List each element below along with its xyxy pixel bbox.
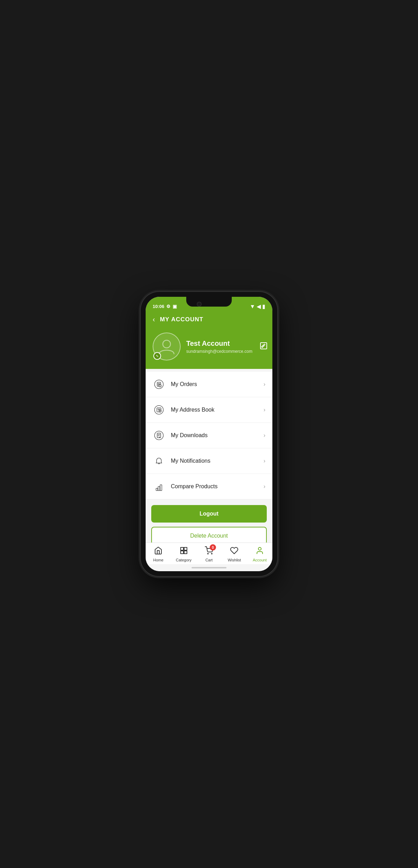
- address-label: My Address Book: [171, 407, 258, 413]
- wifi-icon: ▼: [250, 303, 255, 310]
- svg-rect-20: [156, 488, 158, 491]
- address-icon: @: [153, 404, 165, 416]
- svg-rect-21: [158, 486, 160, 491]
- svg-point-0: [163, 340, 170, 348]
- orders-icon: $: [153, 378, 165, 391]
- svg-rect-26: [184, 551, 187, 554]
- logout-button[interactable]: Logout: [151, 505, 267, 523]
- cart-label: Cart: [205, 558, 213, 562]
- settings-icon: ⚙: [166, 304, 170, 309]
- svg-rect-25: [181, 551, 183, 554]
- wishlist-icon: [230, 546, 238, 557]
- nav-item-account[interactable]: Account: [247, 546, 272, 562]
- menu-item-notifications[interactable]: My Notifications ›: [146, 448, 272, 474]
- pencil-icon: ✎: [156, 354, 159, 358]
- svg-rect-24: [184, 547, 187, 550]
- notifications-chevron: ›: [264, 458, 265, 464]
- cart-badge: 0: [210, 544, 216, 551]
- orders-chevron: ›: [264, 381, 265, 387]
- account-label: Account: [253, 558, 267, 562]
- profile-info: Test Account sundramsingh@cedcommerce.co…: [186, 340, 252, 354]
- svg-point-15: [155, 431, 163, 440]
- svg-point-29: [258, 547, 261, 550]
- svg-rect-16: [157, 433, 161, 438]
- menu-item-downloads[interactable]: My Downloads ›: [146, 423, 272, 448]
- category-icon: [180, 546, 188, 557]
- home-label: Home: [153, 558, 163, 562]
- sim-icon: ▣: [173, 304, 177, 309]
- compare-label: Compare Products: [171, 483, 258, 490]
- svg-rect-22: [160, 485, 162, 491]
- wishlist-label: Wishlist: [228, 558, 241, 562]
- profile-email: sundramsingh@cedcommerce.com: [186, 349, 252, 354]
- phone-frame: 10:06 ⚙ ▣ ▼ ◀ ▮ ‹ MY ACCOUNT: [141, 292, 277, 576]
- downloads-icon: [153, 429, 165, 442]
- downloads-label: My Downloads: [171, 432, 258, 439]
- cart-wrapper: 0: [205, 546, 213, 557]
- phone-screen: 10:06 ⚙ ▣ ▼ ◀ ▮ ‹ MY ACCOUNT: [146, 297, 272, 571]
- nav-item-wishlist[interactable]: Wishlist: [222, 546, 247, 562]
- menu-item-orders[interactable]: $ My Orders ›: [146, 372, 272, 397]
- profile-name: Test Account: [186, 340, 252, 348]
- menu-section: $ My Orders › @ M: [146, 369, 272, 542]
- edit-avatar-button[interactable]: ✎: [153, 352, 161, 360]
- notifications-icon: [153, 455, 165, 467]
- delete-account-button[interactable]: Delete Account: [151, 527, 267, 542]
- edit-profile-button[interactable]: [258, 340, 269, 353]
- app-header: ‹ MY ACCOUNT: [146, 312, 272, 329]
- svg-point-27: [208, 553, 208, 554]
- account-icon: [256, 546, 264, 557]
- nav-item-category[interactable]: Category: [171, 546, 196, 562]
- nav-item-home[interactable]: Home: [146, 546, 171, 562]
- page-title: MY ACCOUNT: [160, 316, 203, 323]
- home-icon: [154, 546, 162, 557]
- signal-icon: ◀: [257, 303, 261, 310]
- edit-icon: [259, 344, 268, 351]
- home-indicator: [146, 564, 272, 571]
- nav-item-cart[interactable]: 0 Cart: [196, 546, 222, 562]
- category-label: Category: [176, 558, 191, 562]
- svg-point-28: [211, 553, 212, 554]
- menu-item-compare[interactable]: Compare Products ›: [146, 474, 272, 499]
- profile-section: ✎ Test Account sundramsingh@cedcommerce.…: [146, 329, 272, 369]
- svg-rect-23: [181, 547, 183, 550]
- time-display: 10:06: [153, 304, 164, 309]
- compare-icon: [153, 480, 165, 493]
- avatar-wrapper: ✎: [153, 332, 181, 360]
- orders-label: My Orders: [171, 381, 258, 387]
- menu-item-address[interactable]: @ My Address Book ›: [146, 397, 272, 423]
- buttons-area: Logout Delete Account: [146, 499, 272, 542]
- bottom-nav: Home Category: [146, 542, 272, 564]
- compare-chevron: ›: [264, 483, 265, 490]
- downloads-chevron: ›: [264, 432, 265, 439]
- notifications-label: My Notifications: [171, 458, 258, 464]
- svg-text:@: @: [159, 410, 161, 412]
- back-button[interactable]: ‹: [153, 315, 155, 323]
- battery-icon: ▮: [262, 303, 265, 310]
- address-chevron: ›: [264, 407, 265, 413]
